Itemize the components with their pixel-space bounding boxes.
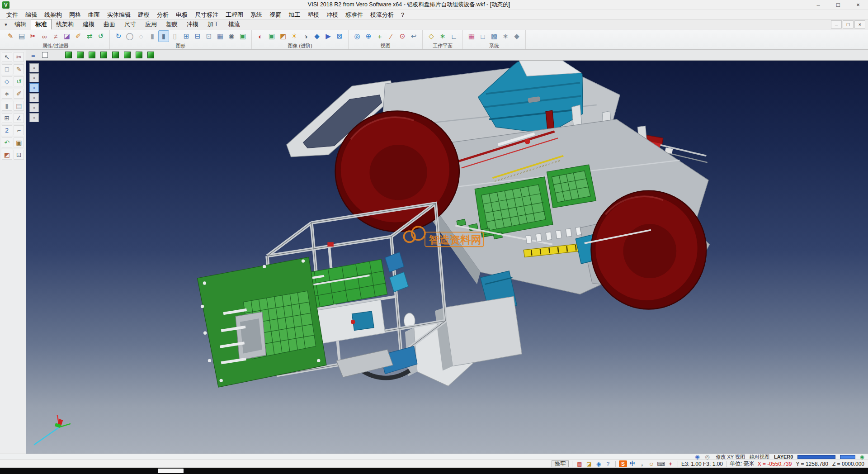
chain-break-icon[interactable]: ≠ xyxy=(50,30,61,42)
scene-icon[interactable]: ⊠ xyxy=(334,30,345,42)
view-strip-button-1[interactable]: ▫ xyxy=(29,63,39,72)
menu-analysis[interactable]: 分析 xyxy=(153,10,172,19)
stereo-icon[interactable]: ◐ xyxy=(255,30,266,42)
taskbar-item[interactable] xyxy=(158,469,184,473)
tab-wireframe[interactable]: 线架构 xyxy=(52,19,78,30)
eraser-icon[interactable]: ◪ xyxy=(61,30,72,42)
hq-render-icon[interactable]: ▣ xyxy=(266,30,277,42)
light-icon[interactable]: ☀ xyxy=(289,30,300,42)
mdi-restore-button[interactable]: □ xyxy=(843,20,854,28)
emoji-icon[interactable]: ☺ xyxy=(647,460,656,467)
shadow-icon[interactable]: ◑ xyxy=(300,30,311,42)
regenerate-icon[interactable]: ↻ xyxy=(113,30,124,42)
ruler-icon[interactable]: ⌐ xyxy=(13,125,24,136)
menu-system[interactable]: 系统 xyxy=(247,10,266,19)
bounding-box-icon[interactable]: ⊞ xyxy=(181,30,192,42)
status-doc-icon[interactable]: ▤ xyxy=(576,460,584,468)
right-view-icon[interactable] xyxy=(87,51,97,60)
minimize-button[interactable]: – xyxy=(808,0,828,10)
sketch-icon[interactable]: ✎ xyxy=(13,64,24,75)
mdi-close-button[interactable]: × xyxy=(854,20,865,28)
menu-wireframe[interactable]: 线架构 xyxy=(41,10,66,19)
lock-toggle[interactable]: 拴牢 xyxy=(552,460,569,467)
back-view-icon[interactable] xyxy=(110,51,121,60)
orbit-icon[interactable]: + xyxy=(374,30,385,42)
menu-mold[interactable]: 塑模 xyxy=(304,10,323,19)
menu-edit[interactable]: 编辑 xyxy=(22,10,41,19)
undo-icon[interactable]: ↶ xyxy=(1,137,13,148)
tab-dropdown-icon[interactable]: ▾ xyxy=(2,22,10,28)
top-view-icon[interactable] xyxy=(63,51,74,60)
select-icon[interactable]: ↖ xyxy=(1,52,13,62)
sogou-icon[interactable]: S xyxy=(619,460,627,467)
rotate-icon[interactable]: ↺ xyxy=(13,76,24,87)
filter-reset-icon[interactable]: ↺ xyxy=(95,30,106,42)
tab-die[interactable]: 冲模 xyxy=(182,19,203,30)
axis-system-icon[interactable]: ∗ xyxy=(437,30,448,42)
layer-label[interactable]: LAYER0 xyxy=(774,454,793,460)
angle-icon[interactable]: ∠ xyxy=(13,113,24,123)
view-strip-button-4[interactable]: ▫ xyxy=(29,93,39,102)
filter-swap-icon[interactable]: ⇄ xyxy=(84,30,95,42)
print-icon[interactable]: ▤ xyxy=(16,30,27,42)
menu-flow-analysis[interactable]: 模流分析 xyxy=(367,10,397,19)
bottom-view-icon[interactable] xyxy=(122,51,132,60)
dimetric-view-icon[interactable] xyxy=(146,51,156,60)
pen-icon[interactable]: ✐ xyxy=(73,30,84,42)
ime-tools-icon[interactable]: + xyxy=(666,460,675,467)
menu-die[interactable]: 冲模 xyxy=(323,10,342,19)
keyboard-icon[interactable]: ⌨ xyxy=(657,460,665,467)
menu-file[interactable]: 文件 xyxy=(3,10,22,19)
menu-solid-edit[interactable]: 实体编辑 xyxy=(104,10,134,19)
status-help-icon[interactable]: ? xyxy=(604,460,612,468)
surface-icon[interactable]: ◇ xyxy=(1,76,13,87)
offset-icon[interactable]: 2 xyxy=(1,125,13,136)
workplane-icon[interactable]: ◇ xyxy=(426,30,437,42)
view-strip-button-5[interactable]: ▫ xyxy=(29,103,39,112)
material-icon[interactable]: ◩ xyxy=(278,30,288,42)
copy-icon[interactable]: ⊡ xyxy=(13,149,24,160)
target-icon[interactable]: ⊙ xyxy=(397,30,408,42)
perspective-icon[interactable]: ◆ xyxy=(511,30,522,42)
snap-settings-icon[interactable]: ▩ xyxy=(489,30,500,42)
clipboard-icon[interactable]: ▣ xyxy=(13,137,24,148)
menu-modeling[interactable]: 建模 xyxy=(134,10,153,19)
lang-chinese-icon[interactable]: 中 xyxy=(628,460,637,467)
options-icon[interactable]: ∗ xyxy=(500,30,511,42)
shaded-edges-icon[interactable]: ▮ xyxy=(158,30,169,42)
palette-icon[interactable]: ◩ xyxy=(1,149,13,160)
tab-flow[interactable]: 模流 xyxy=(224,19,245,30)
menu-standard-parts[interactable]: 标准件 xyxy=(342,10,367,19)
gallery-icon[interactable]: ▣ xyxy=(237,30,248,42)
menu-machining[interactable]: 加工 xyxy=(285,10,304,19)
left-view-icon[interactable] xyxy=(99,51,109,60)
color-table-icon[interactable]: ▦ xyxy=(466,30,477,42)
tab-dimension[interactable]: 尺寸 xyxy=(120,19,141,30)
trim-icon[interactable]: ✂ xyxy=(13,52,24,62)
zoom-fit-icon[interactable]: ⊕ xyxy=(363,30,374,42)
status-folder-icon[interactable]: ◪ xyxy=(585,460,593,468)
viewport-canvas[interactable]: 智造资料网 ▫▫▫▫▫▫ xyxy=(26,61,868,454)
punctuation-icon[interactable]: ， xyxy=(638,460,646,467)
chain-link-icon[interactable]: ∞ xyxy=(39,30,50,42)
hidden-line-icon[interactable]: ◌ xyxy=(136,30,146,42)
plane-align-icon[interactable]: ∟ xyxy=(448,30,459,42)
measure-icon[interactable]: ∕ xyxy=(386,30,396,42)
tab-surface[interactable]: 曲面 xyxy=(99,19,120,30)
view-strip-button-2[interactable]: ▫ xyxy=(29,73,39,82)
tab-machining[interactable]: 加工 xyxy=(203,19,224,30)
sheet-icon[interactable]: ▤ xyxy=(13,100,24,111)
draft-icon[interactable]: ✐ xyxy=(13,88,24,99)
layer-stack-icon[interactable]: ⊡ xyxy=(203,30,214,42)
mdi-minimize-button[interactable]: – xyxy=(831,20,842,28)
menu-drafting[interactable]: 工程图 xyxy=(222,10,247,19)
view-strip-button-6[interactable]: ▫ xyxy=(29,113,39,122)
snapshot-icon[interactable]: ◉ xyxy=(226,30,237,42)
maximize-button[interactable]: □ xyxy=(828,0,848,10)
tab-application[interactable]: 应用 xyxy=(141,19,161,30)
wireframe-icon[interactable]: ◯ xyxy=(124,30,135,42)
menu-help[interactable]: ? xyxy=(397,11,408,19)
cylinder-icon[interactable]: ▮ xyxy=(1,100,13,111)
menu-window[interactable]: 视窗 xyxy=(266,10,285,19)
tab-modeling[interactable]: 建模 xyxy=(78,19,99,30)
